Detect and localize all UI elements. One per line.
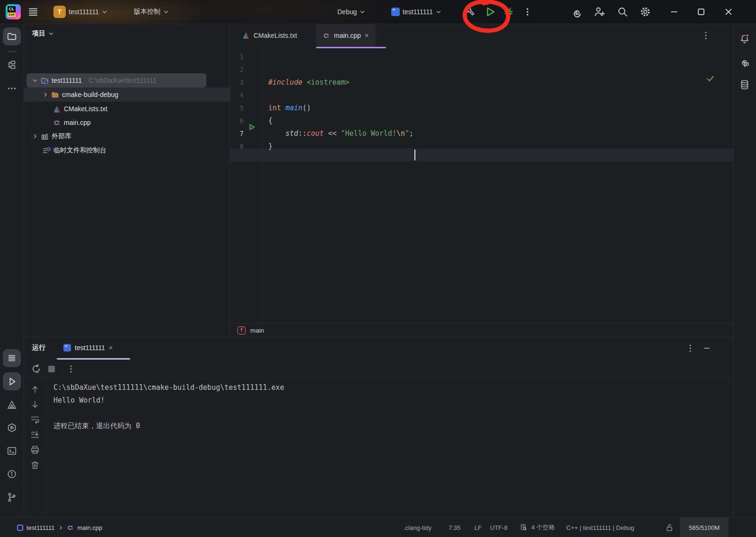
tab-maincpp[interactable]: C main.cpp × — [316, 24, 376, 47]
clang-tidy-widget[interactable]: .clang-tidy — [404, 518, 431, 537]
ai-chat-button[interactable] — [736, 53, 754, 71]
status-project-name: test111111 — [26, 524, 55, 531]
line-number: 5 — [230, 102, 244, 114]
chevron-down-icon — [102, 9, 107, 15]
project-widget[interactable]: T test111111 — [53, 0, 107, 24]
tree-row-project-root[interactable]: test111111 C:\sbDaXue\test111111 — [32, 73, 157, 88]
ai-assistant-button[interactable] — [570, 0, 582, 24]
run-button[interactable] — [484, 0, 496, 24]
logo-text: CL — [8, 6, 16, 12]
line-number: 1 — [230, 51, 244, 63]
cmake-tool-button[interactable] — [3, 396, 21, 414]
main-menu-button[interactable] — [27, 0, 39, 24]
print-icon[interactable] — [30, 445, 40, 455]
indent-widget[interactable]: 4 个空格 — [519, 518, 555, 537]
breadcrumb[interactable]: f main — [230, 323, 733, 337]
gutter-run-button[interactable] — [248, 123, 256, 131]
toolbar-separator — [62, 363, 62, 375]
services-tool-button[interactable] — [3, 419, 21, 437]
code-line — [268, 63, 413, 76]
hide-panel-button[interactable] — [701, 343, 712, 354]
structure-tool-button[interactable] — [3, 56, 21, 74]
code-pane[interactable]: 12345678 #include <iostream> int main(){… — [230, 48, 733, 323]
chevron-collapsed-icon[interactable] — [43, 92, 48, 97]
tree-row-maincpp[interactable]: C main.cpp — [53, 115, 91, 130]
tree-row-scratches[interactable]: 临时文件和控制台 — [43, 143, 106, 158]
code-with-me-button[interactable] — [593, 0, 606, 24]
line-number: 3 — [230, 76, 244, 89]
tab-cmakelists[interactable]: CMakeLists.txt — [236, 24, 304, 47]
scroll-to-end-icon[interactable] — [30, 430, 40, 440]
run-panel-options-button[interactable] — [686, 343, 695, 354]
caret-position-widget[interactable]: 7:35 — [448, 518, 460, 537]
maximize-button[interactable] — [695, 0, 707, 24]
tree-row-build-dir[interactable]: cmake-build-debug — [43, 88, 118, 102]
cpp-file-icon: C — [67, 524, 74, 531]
database-button[interactable] — [736, 76, 754, 94]
vcs-widget[interactable]: 版本控制 — [134, 0, 169, 24]
cmake-messages-tool-button[interactable] — [3, 349, 21, 367]
chevron-collapsed-icon[interactable] — [32, 133, 38, 139]
problems-tool-button[interactable] — [3, 465, 21, 483]
build-type-selector[interactable]: Debug — [337, 0, 365, 24]
tab-close-icon[interactable]: × — [365, 31, 369, 39]
tree-row-external-libs[interactable]: 外部库 — [32, 129, 71, 143]
cmake-triangle-icon — [7, 400, 17, 410]
project-panel-header[interactable]: 项目 — [32, 29, 54, 38]
minimize-button[interactable] — [668, 0, 680, 24]
encoding-widget[interactable]: UTF-8 — [490, 518, 508, 537]
build-type-label: Debug — [337, 8, 357, 16]
debug-button[interactable] — [503, 0, 514, 24]
memory-indicator[interactable]: 585/5100M — [680, 518, 729, 537]
editor-options-button[interactable] — [701, 30, 711, 41]
search-everywhere-button[interactable] — [616, 0, 629, 24]
console-line: C:\sbDaXue\test111111\cmake-build-debug\… — [53, 381, 284, 394]
run-tab-test111111[interactable]: test111111 × — [57, 337, 119, 359]
close-button[interactable] — [722, 0, 735, 24]
hammer-icon — [465, 6, 476, 18]
line-separator-widget[interactable]: LF — [475, 518, 482, 537]
write-access-widget[interactable] — [665, 518, 674, 537]
tab-close-icon[interactable]: × — [109, 344, 113, 352]
stop-button[interactable] — [47, 364, 56, 374]
build-button[interactable] — [465, 0, 476, 24]
resolve-context-widget[interactable]: C++ | test111111 | Debug — [566, 518, 634, 537]
notifications-button[interactable] — [736, 30, 754, 48]
run-config-selector[interactable]: test111111 — [391, 0, 441, 24]
git-tool-button[interactable] — [3, 488, 21, 506]
run-tool-button[interactable] — [3, 372, 21, 390]
trash-icon[interactable] — [30, 460, 40, 470]
services-hexagon-icon — [7, 423, 17, 433]
down-arrow-icon[interactable] — [30, 399, 40, 410]
tree-row-cmakelists[interactable]: CMakeLists.txt — [53, 102, 107, 116]
soft-wrap-icon[interactable] — [30, 414, 40, 425]
terminal-tool-button[interactable] — [3, 442, 21, 460]
more-tool-windows-button[interactable] — [3, 79, 21, 97]
bug-icon — [503, 6, 514, 18]
editor-run-splitter[interactable] — [24, 337, 733, 337]
tree-item-label: 临时文件和控制台 — [53, 146, 106, 155]
rerun-button[interactable] — [31, 363, 42, 374]
project-editor-splitter[interactable] — [230, 24, 230, 337]
settings-button[interactable] — [639, 0, 651, 24]
inspection-status-widget[interactable] — [706, 75, 714, 82]
cmake-file-icon — [242, 32, 250, 39]
line-number: 6 — [230, 114, 244, 127]
console-line: Hello World! — [53, 394, 284, 407]
project-tool-button[interactable] — [3, 27, 21, 45]
folder-icon — [7, 31, 17, 42]
svg-text:C: C — [324, 32, 328, 39]
up-arrow-icon[interactable] — [30, 384, 40, 395]
status-project-widget[interactable]: test111111 C main.cpp — [17, 518, 102, 537]
clion-logo[interactable]: CL EAP — [6, 0, 21, 24]
project-avatar: T — [53, 6, 66, 18]
console-output[interactable]: C:\sbDaXue\test111111\cmake-build-debug\… — [53, 381, 284, 432]
run-more-options-button[interactable] — [66, 363, 76, 375]
line-number: 4 — [230, 89, 244, 102]
gutter-separator — [262, 48, 263, 323]
run-panel-title: 运行 — [32, 343, 45, 352]
chevron-expanded-icon[interactable] — [32, 78, 38, 83]
more-actions-button[interactable] — [523, 0, 532, 24]
ai-chat-icon — [739, 56, 750, 68]
search-icon — [616, 6, 629, 18]
